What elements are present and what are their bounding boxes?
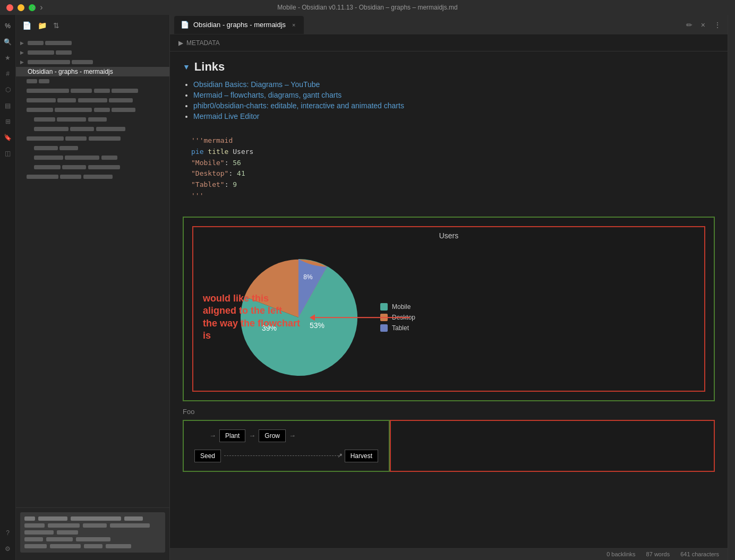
code-line3: "Desktop": 41: [191, 168, 706, 179]
sidebar-header: 📄 📁 ⇅: [16, 15, 169, 36]
active-tab[interactable]: 📄 Obsidian - graphs - mermaidjs ×: [174, 16, 304, 34]
chart-outer-border: Users would like thisaligned to the left…: [192, 226, 705, 392]
tab-bar: 📄 Obsidian - graphs - mermaidjs × ✏ × ⋮: [170, 15, 728, 35]
new-file-icon[interactable]: 📄: [22, 21, 31, 30]
titlebar: ‹ › Mobile - Obsidian v0.11.13 - Obsidia…: [0, 0, 735, 15]
tree-item-2[interactable]: [16, 86, 169, 96]
tree-item-7[interactable]: [16, 134, 169, 143]
link-item-1: Obsidian Basics: Diagrams – YouTube: [193, 80, 715, 89]
char-count: 641 characters: [680, 551, 719, 557]
code-line1: pie title Users: [191, 147, 706, 158]
annotation-group: would like thisaligned to the leftthe wa…: [203, 292, 410, 342]
tablet-label: 8%: [303, 273, 313, 281]
tree-item-10[interactable]: [16, 162, 169, 172]
rail-settings-icon[interactable]: ⚙: [1, 542, 15, 556]
tree-item-6[interactable]: [16, 124, 169, 134]
tree-item-5[interactable]: [16, 115, 169, 124]
rail-search-icon[interactable]: 🔍: [1, 35, 15, 49]
tree-folder-2[interactable]: ▶: [16, 48, 169, 57]
edit-icon[interactable]: ✏: [684, 19, 695, 31]
backlinks-count: 0 backlinks: [606, 551, 635, 557]
link-phibr0[interactable]: phibr0/obsidian-charts: editable, intera…: [193, 101, 404, 110]
flow-middle-nodes: → Plant → Grow →: [209, 429, 296, 442]
flowchart-diagram: → Plant → Grow → Seed: [194, 429, 378, 462]
tree-item-1[interactable]: [16, 76, 169, 86]
section-arrow-icon[interactable]: ▼: [183, 63, 190, 71]
flow-arrow-2: →: [249, 432, 255, 440]
doc-content: ▼ Links Obsidian Basics: Diagrams – YouT…: [170, 51, 728, 489]
tree-folder-1[interactable]: ▶: [16, 38, 169, 48]
more-icon[interactable]: ⋮: [712, 19, 723, 31]
rail-help-icon[interactable]: ?: [1, 526, 15, 540]
tab-actions: ✏ × ⋮: [684, 19, 723, 31]
code-backticks-open: '''mermaid: [191, 135, 706, 147]
new-folder-icon[interactable]: 📁: [38, 21, 47, 30]
tab-close-button[interactable]: ×: [290, 21, 297, 29]
rail-tag-icon[interactable]: #: [1, 67, 15, 81]
rail-calendar-icon[interactable]: ⊞: [1, 115, 15, 128]
tree-arrow: ▶: [20, 59, 28, 65]
left-rail: % 🔍 ★ # ⬡ ▤ ⊞ 🔖 ◫ ? ⚙: [0, 15, 16, 560]
tree-item-8[interactable]: [16, 143, 169, 153]
flow-arrow-1: →: [209, 432, 216, 440]
forward-icon[interactable]: ›: [40, 3, 42, 12]
metadata-bar[interactable]: ▶ METADATA: [170, 35, 728, 51]
close-button[interactable]: [6, 4, 13, 11]
annotation-text: would like thisaligned to the leftthe wa…: [203, 292, 309, 342]
minimize-button[interactable]: [18, 4, 24, 11]
link-item-2: Mermaid – flowcharts, diagrams, gantt ch…: [193, 91, 715, 99]
code-line4: "Tablet": 9: [191, 179, 706, 191]
flow-node-plant: Plant: [219, 429, 245, 442]
rail-grid-icon[interactable]: ◫: [1, 147, 15, 160]
sidebar-bottom: [16, 507, 169, 560]
app-body: % 🔍 ★ # ⬡ ▤ ⊞ 🔖 ◫ ? ⚙ 📄 📁 ⇅ ▶: [0, 15, 735, 560]
chart-body: would like thisaligned to the leftthe wa…: [198, 248, 700, 386]
titlebar-nav: ‹ ›: [32, 3, 43, 12]
arrow-container: [314, 317, 410, 318]
word-count: 87 words: [646, 551, 670, 557]
flowchart-container: → Plant → Grow → Seed: [183, 420, 715, 472]
tab-title: Obsidian - graphs - mermaidjs: [193, 21, 286, 29]
arrow-line: [314, 317, 410, 318]
arrow-head: [310, 314, 315, 321]
tree-item-4[interactable]: [16, 105, 169, 115]
foo-label: Foo: [183, 408, 715, 416]
code-block: '''mermaid pie title Users "Mobile": 56 …: [183, 129, 715, 208]
tree-arrow: ▶: [20, 50, 28, 55]
status-bar: 0 backlinks 87 words 641 characters: [170, 547, 728, 560]
tree-folder-3[interactable]: ▶: [16, 57, 169, 67]
file-sidebar: 📄 📁 ⇅ ▶ ▶ ▶: [16, 15, 170, 560]
links-section-heading: ▼ Links: [183, 60, 715, 74]
close-icon[interactable]: ×: [699, 19, 707, 31]
right-panel: [728, 15, 735, 560]
rail-star-icon[interactable]: ★: [1, 51, 15, 65]
back-icon[interactable]: ‹: [32, 3, 35, 12]
back-arrow-icon: ↗: [337, 452, 343, 459]
traffic-lights: [6, 4, 36, 11]
pie-chart-container: Users would like thisaligned to the left…: [183, 217, 715, 401]
flowchart-box-right: [390, 420, 715, 472]
rail-percent-icon[interactable]: %: [1, 19, 15, 33]
links-heading-title: Links: [194, 60, 225, 74]
link-mermaid[interactable]: Mermaid – flowcharts, diagrams, gantt ch…: [193, 91, 341, 99]
rail-bookmark-icon[interactable]: 🔖: [1, 131, 15, 144]
flow-back-line: ↗: [224, 455, 341, 456]
link-mermaid-editor[interactable]: Mermaid Live Editor: [193, 112, 260, 120]
metadata-label: METADATA: [186, 39, 220, 47]
file-tree: ▶ ▶ ▶ Obsidian - gra: [16, 36, 169, 507]
rail-book-icon[interactable]: ▤: [1, 99, 15, 113]
titlebar-title: Mobile - Obsidian v0.11.13 - Obsidian – …: [277, 4, 458, 11]
doc-area[interactable]: ▶ METADATA ▼ Links Obsidian Basics: Diag…: [170, 35, 728, 547]
flow-node-grow: Grow: [259, 429, 286, 442]
tab-file-icon: 📄: [181, 21, 189, 29]
link-item-4: Mermaid Live Editor: [193, 112, 715, 120]
tree-item-3[interactable]: [16, 96, 169, 105]
sort-icon[interactable]: ⇅: [53, 21, 59, 30]
flow-node-seed: Seed: [194, 450, 221, 462]
tree-item-11[interactable]: [16, 172, 169, 182]
code-line2: "Mobile": 56: [191, 158, 706, 169]
tree-item-9[interactable]: [16, 153, 169, 162]
link-youtube[interactable]: Obsidian Basics: Diagrams – YouTube: [193, 80, 320, 89]
rail-network-icon[interactable]: ⬡: [1, 83, 15, 97]
tree-file-active[interactable]: Obsidian - graphs - mermaidjs: [16, 67, 169, 76]
